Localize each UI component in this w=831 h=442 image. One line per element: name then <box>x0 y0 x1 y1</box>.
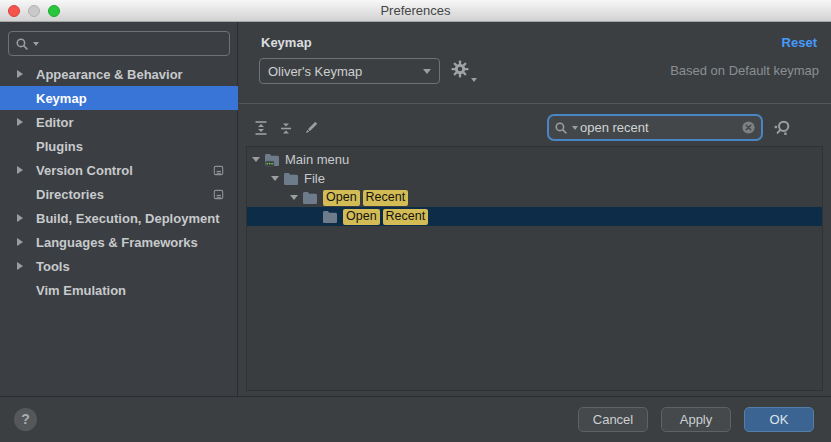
keymap-gear-button[interactable] <box>451 60 475 82</box>
chevron-right-icon[interactable] <box>17 166 23 174</box>
folder-icon <box>322 210 338 224</box>
pencil-icon <box>303 120 319 136</box>
sidebar-item-label: Version Control <box>36 163 133 178</box>
expand-all-button[interactable] <box>252 119 270 137</box>
shared-settings-icon <box>212 188 225 201</box>
ok-button[interactable]: OK <box>744 407 814 432</box>
sidebar-item-label: Plugins <box>36 139 83 154</box>
match-highlight: Open <box>343 209 380 225</box>
settings-nav: Appearance & Behavior Keymap Editor Plug… <box>0 62 238 302</box>
sidebar-item-label: Appearance & Behavior <box>36 67 183 82</box>
reset-link[interactable]: Reset <box>782 35 817 50</box>
match-highlight: Open <box>323 190 360 206</box>
sidebar-item-version-control[interactable]: Version Control <box>0 158 238 182</box>
sidebar-item-vim-emulation[interactable]: Vim Emulation <box>0 278 238 302</box>
chevron-down-icon <box>423 69 431 74</box>
shared-settings-icon <box>212 164 225 177</box>
folder-icon <box>283 172 299 186</box>
sidebar-item-editor[interactable]: Editor <box>0 110 238 134</box>
chevron-right-icon[interactable] <box>17 214 23 222</box>
page-title: Keymap <box>261 35 312 50</box>
header-separator <box>239 103 831 104</box>
circle-x-icon <box>741 120 756 135</box>
find-actions-by-shortcut-button[interactable] <box>772 118 792 138</box>
sidebar-item-label: Directories <box>36 187 104 202</box>
tree-row-main-menu[interactable]: Main menu <box>247 150 822 169</box>
sidebar-item-label: Keymap <box>36 91 87 106</box>
keymap-search-input[interactable] <box>580 120 737 135</box>
window-titlebar: Preferences <box>0 0 831 22</box>
sidebar-item-keymap[interactable]: Keymap <box>0 86 238 110</box>
sidebar-item-appearance-behavior[interactable]: Appearance & Behavior <box>0 62 238 86</box>
sidebar-item-label: Tools <box>36 259 70 274</box>
sidebar-item-languages-frameworks[interactable]: Languages & Frameworks <box>0 230 238 254</box>
based-on-label: Based on Default keymap <box>670 63 819 78</box>
magnifier-dots-icon <box>772 118 792 138</box>
main-menu-folder-icon <box>264 153 280 167</box>
tree-row-file[interactable]: File <box>247 169 822 188</box>
keymap-dropdown-value: Oliver's Keymap <box>268 64 362 79</box>
cancel-button[interactable]: Cancel <box>578 407 648 432</box>
sidebar-item-tools[interactable]: Tools <box>0 254 238 278</box>
help-button[interactable]: ? <box>14 408 37 431</box>
sidebar-item-plugins[interactable]: Plugins <box>0 134 238 158</box>
sidebar-item-label: Editor <box>36 115 74 130</box>
settings-sidebar: Appearance & Behavior Keymap Editor Plug… <box>0 22 238 396</box>
match-highlight: Recent <box>383 209 429 225</box>
chevron-right-icon[interactable] <box>17 262 23 270</box>
chevron-right-icon[interactable] <box>17 70 23 78</box>
apply-button[interactable]: Apply <box>661 407 731 432</box>
keymap-settings-panel: Keymap Reset Oliver's Keymap Based on De… <box>239 22 831 396</box>
clear-search-button[interactable] <box>741 120 756 135</box>
dialog-footer: ? Cancel Apply OK <box>0 396 831 442</box>
chevron-right-icon[interactable] <box>17 238 23 246</box>
chevron-right-icon[interactable] <box>17 118 23 126</box>
chevron-down-icon[interactable] <box>271 176 279 181</box>
sidebar-item-label: Languages & Frameworks <box>36 235 198 250</box>
collapse-all-icon <box>278 120 294 136</box>
search-icon[interactable] <box>554 121 568 135</box>
keymap-actions-tree: Main menu File Open Recent <box>246 146 823 391</box>
tree-node-label: Main menu <box>285 152 349 167</box>
tree-node-label: File <box>304 171 325 186</box>
gear-options-caret-icon <box>471 78 477 82</box>
tree-row-open-recent[interactable]: Open Recent <box>247 188 822 207</box>
folder-icon <box>302 191 318 205</box>
collapse-all-button[interactable] <box>277 119 295 137</box>
sidebar-item-build-execution-deployment[interactable]: Build, Execution, Deployment <box>0 206 238 230</box>
keymap-search-field[interactable] <box>547 114 763 141</box>
sidebar-item-label: Vim Emulation <box>36 283 126 298</box>
edit-shortcut-button[interactable] <box>302 119 320 137</box>
window-title: Preferences <box>0 3 831 18</box>
keymap-dropdown[interactable]: Oliver's Keymap <box>259 58 440 84</box>
match-highlight: Recent <box>363 190 409 206</box>
gear-icon <box>451 60 469 78</box>
search-options-caret-icon[interactable] <box>572 126 578 130</box>
expand-all-icon <box>253 120 269 136</box>
sidebar-item-directories[interactable]: Directories <box>0 182 238 206</box>
tree-row-open-recent-selected[interactable]: Open Recent <box>247 207 822 226</box>
chevron-down-icon[interactable] <box>252 157 260 162</box>
sidebar-item-label: Build, Execution, Deployment <box>36 211 219 226</box>
settings-search-field[interactable] <box>8 31 230 56</box>
chevron-down-icon[interactable] <box>290 195 298 200</box>
search-icon[interactable] <box>15 37 29 51</box>
settings-search-input[interactable] <box>39 36 223 51</box>
